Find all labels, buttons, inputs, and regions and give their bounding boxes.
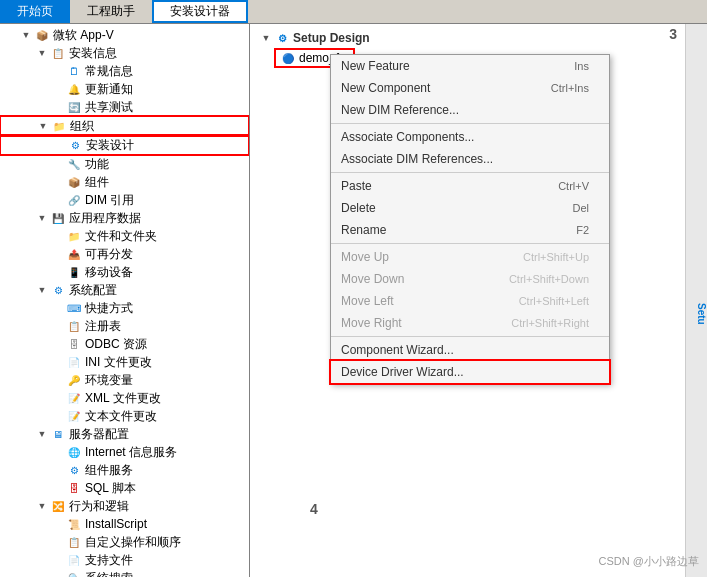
exp [50, 228, 66, 244]
menu-wizard[interactable]: 工程助手 [70, 0, 152, 23]
icon-demo: 🔵 [280, 50, 296, 66]
exp [50, 408, 66, 424]
tree-item-ini[interactable]: 📄 INI 文件更改 [0, 353, 249, 371]
label: 文件和文件夹 [85, 228, 157, 245]
tree-item-shared[interactable]: 🔄 共享测试 [0, 98, 249, 116]
icon: 🗄 [66, 336, 82, 352]
separator-4 [331, 336, 609, 337]
tree-item-env[interactable]: 🔑 环境变量 [0, 371, 249, 389]
tree-item-redist[interactable]: 📤 可再分发 [0, 245, 249, 263]
tree-item-comservice[interactable]: ⚙ 组件服务 [0, 461, 249, 479]
label: 移动设备 [85, 264, 133, 281]
icon-appv: 📦 [34, 27, 50, 43]
expander-install[interactable]: ▼ [34, 45, 50, 61]
label: Move Up [341, 250, 389, 264]
menu-move-right[interactable]: Move Right Ctrl+Shift+Right [331, 312, 609, 334]
tree-item-iis[interactable]: 🌐 Internet 信息服务 [0, 443, 249, 461]
icon: 📄 [66, 552, 82, 568]
tree-item-files[interactable]: 📁 文件和文件夹 [0, 227, 249, 245]
exp-lg[interactable]: ▼ [34, 498, 50, 514]
icon: 📁 [66, 228, 82, 244]
icon-u: 🔔 [66, 81, 82, 97]
exp-ad[interactable]: ▼ [34, 210, 50, 226]
exp [50, 318, 66, 334]
shortcut: Ctrl+Shift+Left [519, 295, 589, 307]
menu-move-left[interactable]: Move Left Ctrl+Shift+Left [331, 290, 609, 312]
tree-item-shortcut[interactable]: ⌨ 快捷方式 [0, 299, 249, 317]
label: Paste [341, 179, 372, 193]
label: Move Right [341, 316, 402, 330]
exp [51, 137, 67, 153]
tree-item-installscript[interactable]: 📜 InstallScript [0, 515, 249, 533]
tree-item-support[interactable]: 📄 支持文件 [0, 551, 249, 569]
menu-move-down[interactable]: Move Down Ctrl+Shift+Down [331, 268, 609, 290]
tree-item-logic[interactable]: ▼ 🔀 行为和逻辑 [0, 497, 249, 515]
tree-item-appdata[interactable]: ▼ 💾 应用程序数据 [0, 209, 249, 227]
exp-sc[interactable]: ▼ [34, 282, 50, 298]
icon-sc: ⚙ [50, 282, 66, 298]
exp-sd[interactable]: ▼ [258, 30, 274, 46]
tree-item-xml[interactable]: 📝 XML 文件更改 [0, 389, 249, 407]
label-setup-design: Setup Design [293, 31, 370, 45]
label: Move Down [341, 272, 404, 286]
icon-id: ⚙ [67, 137, 83, 153]
menu-component-wizard[interactable]: Component Wizard... [331, 339, 609, 361]
tree-item-general[interactable]: 🗒 常规信息 [0, 62, 249, 80]
menu-designer[interactable]: 安装设计器 [152, 0, 248, 23]
expander-appv[interactable]: ▼ [18, 27, 34, 43]
icon: 📄 [66, 354, 82, 370]
label: Internet 信息服务 [85, 444, 177, 461]
icon-g: 🗒 [66, 63, 82, 79]
tree-item-dim[interactable]: 🔗 DIM 引用 [0, 191, 249, 209]
label: 应用程序数据 [69, 210, 141, 227]
menu-new-feature[interactable]: New Feature Ins [331, 55, 609, 77]
tree-item-odbc[interactable]: 🗄 ODBC 资源 [0, 335, 249, 353]
exp [50, 552, 66, 568]
shortcut: Ins [574, 60, 589, 72]
exp [50, 63, 66, 79]
label: SQL 脚本 [85, 480, 136, 497]
separator-2 [331, 172, 609, 173]
tree-item-comp[interactable]: 📦 组件 [0, 173, 249, 191]
menu-home[interactable]: 开始页 [0, 0, 70, 23]
tree-item-org[interactable]: ▼ 📁 组织 [1, 117, 248, 135]
tree-item-func[interactable]: 🔧 功能 [0, 155, 249, 173]
tree-item-sql[interactable]: 🗄 SQL 脚本 [0, 479, 249, 497]
tree-item-mobile[interactable]: 📱 移动设备 [0, 263, 249, 281]
icon-org: 📁 [51, 118, 67, 134]
label: Rename [341, 223, 386, 237]
exp-sv[interactable]: ▼ [34, 426, 50, 442]
menu-device-driver-wizard[interactable]: Device Driver Wizard... [331, 361, 609, 383]
exp [50, 534, 66, 550]
shortcut: Del [572, 202, 589, 214]
menu-associate-dim[interactable]: Associate DIM References... [331, 148, 609, 170]
tree-item-syssearch[interactable]: 🔍 系统搜索 [0, 569, 249, 577]
exp [50, 81, 66, 97]
tree-item-sysconfig[interactable]: ▼ ⚙ 系统配置 [0, 281, 249, 299]
left-panel: ▼ 📦 微软 App-V ▼ 📋 安装信息 🗒 常规信息 [0, 24, 250, 577]
menu-new-dim[interactable]: New DIM Reference... [331, 99, 609, 121]
menu-associate-components[interactable]: Associate Components... [331, 126, 609, 148]
icon-lg: 🔀 [50, 498, 66, 514]
tree-item-registry[interactable]: 📋 注册表 [0, 317, 249, 335]
menu-new-component[interactable]: New Component Ctrl+Ins [331, 77, 609, 99]
exp-org[interactable]: ▼ [35, 118, 51, 134]
label: 行为和逻辑 [69, 498, 129, 515]
tree-item-install-design[interactable]: ⚙ 安装设计 [1, 136, 248, 154]
icon-ad: 💾 [50, 210, 66, 226]
menu-delete[interactable]: Delete Del [331, 197, 609, 219]
tree-item-serverconfig[interactable]: ▼ 🖥 服务器配置 [0, 425, 249, 443]
tree-item-update[interactable]: 🔔 更新通知 [0, 80, 249, 98]
menu-paste[interactable]: Paste Ctrl+V [331, 175, 609, 197]
exp [50, 480, 66, 496]
menu-rename[interactable]: Rename F2 [331, 219, 609, 241]
tree-item-appv[interactable]: ▼ 📦 微软 App-V [0, 26, 249, 44]
tree-item-textfile[interactable]: 📝 文本文件更改 [0, 407, 249, 425]
menu-move-up[interactable]: Move Up Ctrl+Shift+Up [331, 246, 609, 268]
tree-item-customaction[interactable]: 📋 自定义操作和顺序 [0, 533, 249, 551]
tree-item-install-info[interactable]: ▼ 📋 安装信息 [0, 44, 249, 62]
icon: ⌨ [66, 300, 82, 316]
separator-3 [331, 243, 609, 244]
icon: 📋 [66, 534, 82, 550]
label: Associate Components... [341, 130, 474, 144]
